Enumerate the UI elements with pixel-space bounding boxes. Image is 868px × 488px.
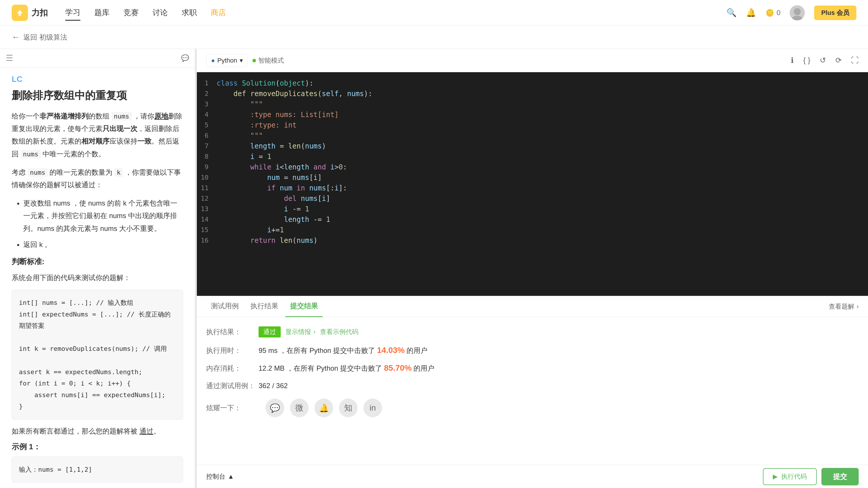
breadcrumb-label: 返回 初级算法 — [23, 33, 67, 42]
main-layout: ☰ 💬 LC 删除排序数组中的重复项 给你一个非严格递增排列的数组 nums ，… — [0, 49, 868, 488]
view-example-code-link[interactable]: 查看示例代码 — [320, 328, 359, 336]
menu-icon[interactable]: ☰ — [6, 53, 13, 63]
problem-name: 删除排序数组中的重复项 — [12, 89, 183, 103]
linkedin-share-icon[interactable]: in — [363, 399, 382, 417]
lang-dot: ● — [211, 57, 215, 64]
console-arrow-icon: ▲ — [228, 473, 234, 481]
svg-point-1 — [792, 16, 803, 20]
share-row: 炫耀一下： 💬 微 🔔 知 in — [206, 399, 859, 417]
code-line-5: 5 :rtype: int — [197, 120, 868, 130]
wechat-share-icon[interactable]: 💬 — [266, 399, 284, 417]
expand-icon[interactable]: ⛶ — [851, 56, 859, 65]
memory-mb: 12.2 MB — [258, 364, 284, 372]
testcase-row: 通过测试用例： 362 / 362 — [206, 381, 859, 391]
comment-icon[interactable]: 💬 — [181, 55, 189, 62]
pass-text: 如果所有断言都通过，那么您的题解将被 通过。 — [12, 427, 183, 436]
submit-button[interactable]: 提交 — [822, 468, 859, 485]
bottom-bar: 控制台 ▲ ▶ 执行代码 提交 — [197, 465, 868, 488]
smart-dot — [252, 59, 256, 62]
verdict-desc: 系统会用下面的代码来测试你的题解： — [12, 271, 183, 284]
nav-right: 🔍 🔔 🪙 0 Plus 会员 — [726, 5, 856, 20]
weibo-share-icon[interactable]: 微 — [290, 399, 309, 417]
code-line-11: 11 if num in nums[:i]: — [197, 183, 868, 193]
bell-icon[interactable]: 🔔 — [746, 8, 756, 18]
nav-item-learn[interactable]: 学习 — [65, 5, 81, 21]
nav-item-contest[interactable]: 竞赛 — [123, 5, 138, 20]
avatar[interactable] — [790, 5, 805, 20]
testcase-label: 通过测试用例： — [206, 381, 258, 391]
memory-suffix: 的用户 — [413, 364, 434, 372]
code-panel: ● Python ▾ 智能模式 ℹ { } ↺ ⟳ ⛶ 1 class Solu… — [197, 49, 868, 488]
back-arrow-icon: ← — [12, 33, 20, 42]
top-navigation: 力扣 学习 题库 竞赛 讨论 求职 商店 🔍 🔔 🪙 0 Plus 会员 — [0, 0, 868, 26]
code-line-3: 3 """ — [197, 99, 868, 110]
nav-item-shop[interactable]: 商店 — [211, 5, 226, 20]
nav-item-jobs[interactable]: 求职 — [182, 5, 197, 20]
time-value: 95 ms ，在所有 Python 提交中击败了 14.03% 的用户 — [258, 346, 428, 355]
code-editor[interactable]: 1 class Solution(object): 2 def removeDu… — [197, 72, 868, 296]
run-code-button[interactable]: ▶ 执行代码 — [763, 468, 817, 485]
code-line-14: 14 length -= 1 — [197, 214, 868, 225]
code-format-icon[interactable]: { } — [803, 56, 810, 65]
run-icon: ▶ — [773, 473, 778, 481]
memory-label: 内存消耗： — [206, 364, 258, 373]
bullet-item-2: 返回 k 。 — [23, 238, 183, 251]
plus-button[interactable]: Plus 会员 — [814, 5, 856, 20]
code-line-6: 6 """ — [197, 130, 868, 141]
show-detail-arrow-icon: › — [313, 328, 315, 336]
code-line-2: 2 def removeDuplicates(self, nums): — [197, 89, 868, 99]
language-selector[interactable]: ● Python ▾ — [206, 54, 248, 67]
console-label: 控制台 — [206, 472, 225, 481]
execution-result-row: 执行结果： 通过 显示情报 › 查看示例代码 — [206, 327, 859, 337]
result-content: 执行结果： 通过 显示情报 › 查看示例代码 执行用时： 95 ms ，在所有 … — [197, 317, 868, 465]
nav-item-problems[interactable]: 题库 — [94, 5, 110, 20]
result-panel: 测试用例 执行结果 提交结果 查看题解 › 执行结果： 通过 显示情报 › 查看… — [197, 296, 868, 488]
coin-count: 0 — [777, 9, 780, 17]
nav-item-discuss[interactable]: 讨论 — [153, 5, 168, 20]
code-line-12: 12 del nums[i] — [197, 193, 868, 204]
time-label: 执行用时： — [206, 346, 258, 355]
example-title: 示例 1： — [12, 442, 183, 452]
svg-point-0 — [794, 8, 801, 15]
memory-prefix: ，在所有 Python 提交中击败了 — [286, 364, 382, 372]
execution-label: 执行结果： — [206, 327, 258, 337]
time-row: 执行用时： 95 ms ，在所有 Python 提交中击败了 14.03% 的用… — [206, 346, 859, 355]
show-detail-link[interactable]: 显示情报 — [285, 328, 311, 336]
code-line-7: 7 length = len(nums) — [197, 141, 868, 151]
time-prefix: ，在所有 Python 提交中击败了 — [280, 346, 375, 354]
tab-submit[interactable]: 提交结果 — [285, 296, 322, 317]
console-button[interactable]: 控制台 ▲ — [206, 472, 234, 481]
breadcrumb-back[interactable]: ← 返回 初级算法 — [12, 33, 67, 42]
result-tabs: 测试用例 执行结果 提交结果 查看题解 › — [197, 296, 868, 317]
info-icon[interactable]: ℹ — [791, 56, 794, 65]
memory-row: 内存消耗： 12.2 MB ，在所有 Python 提交中击败了 85.70% … — [206, 363, 859, 373]
restore2-icon[interactable]: ⟳ — [835, 56, 842, 65]
share-label: 炫耀一下： — [206, 403, 258, 413]
code-line-10: 10 num = nums[i] — [197, 172, 868, 183]
bell-share-icon[interactable]: 🔔 — [314, 399, 333, 417]
view-solution-link[interactable]: 查看题解 › — [829, 302, 859, 311]
restore-icon[interactable]: ↺ — [820, 56, 826, 65]
smart-mode-label: 智能模式 — [258, 56, 284, 65]
example-input: 输入：nums = [1,1,2] — [12, 457, 183, 483]
coin-badge: 🪙 0 — [766, 9, 780, 17]
time-percent: 14.03% — [377, 346, 405, 355]
problem-tag: LC — [12, 74, 183, 84]
code-line-16: 16 return len(nums) — [197, 235, 868, 246]
memory-value: 12.2 MB ，在所有 Python 提交中击败了 85.70% 的用户 — [258, 363, 434, 373]
code-line-13: 13 i -= 1 — [197, 204, 868, 214]
testcase-value: 362 / 362 — [258, 382, 288, 390]
logo-text: 力扣 — [31, 7, 48, 18]
language-label: Python — [217, 57, 237, 64]
search-icon[interactable]: 🔍 — [726, 8, 737, 18]
problem-title-area: LC 删除排序数组中的重复项 — [0, 67, 195, 110]
memory-percent: 85.70% — [384, 363, 412, 372]
tab-testcase[interactable]: 测试用例 — [206, 296, 243, 317]
zhihu-share-icon[interactable]: 知 — [339, 399, 358, 417]
problem-description: 给你一个非严格递增排列的数组 nums ，请你原地删除重复出现的元素，使每个元素… — [12, 110, 183, 160]
code-line-1: 1 class Solution(object): — [197, 78, 868, 89]
problem-para2: 考虑 nums 的唯一元素的数量为 k ，你需要做以下事情确保你的题解可以被通过… — [12, 166, 183, 191]
breadcrumb-bar: ← 返回 初级算法 — [0, 26, 868, 49]
logo[interactable]: 力扣 — [12, 5, 48, 21]
tab-execution[interactable]: 执行结果 — [246, 296, 283, 317]
